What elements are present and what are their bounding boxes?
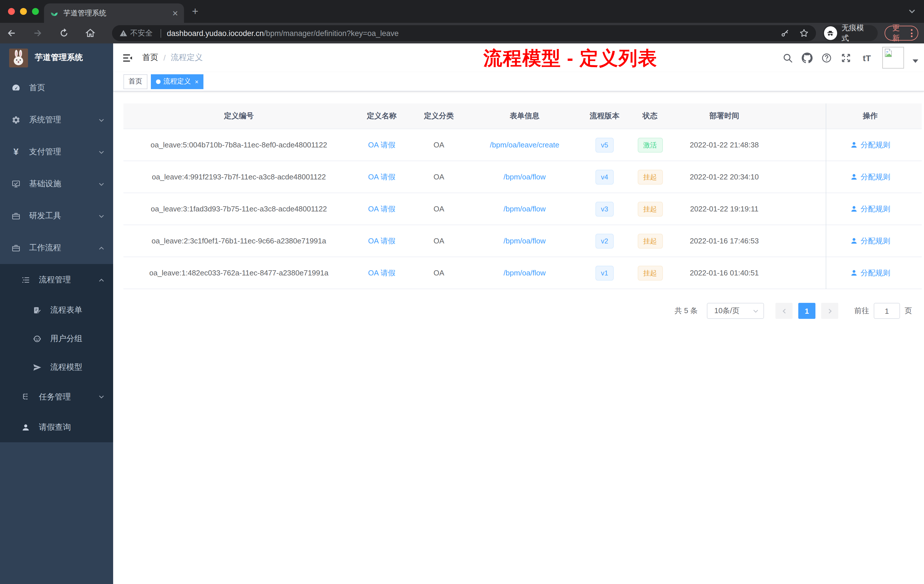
tab-title: 芋道管理系统 (63, 8, 167, 18)
page-size-select[interactable]: 10条/页 (707, 303, 764, 319)
deploy-time: 2022-01-22 19:19:11 (672, 205, 777, 213)
update-label[interactable]: 更新 (892, 23, 906, 43)
avatar[interactable] (882, 47, 904, 69)
paper-plane-icon (33, 363, 42, 372)
sidebar-item-label: 研发工具 (29, 211, 61, 221)
sidebar-item-infrastructure[interactable]: 基础设施 (0, 168, 113, 200)
assign-rule-button[interactable]: 分配规则 (850, 172, 890, 182)
table-row: oa_leave:5:004b710b-7b8a-11ec-8ef0-acde4… (124, 129, 922, 161)
col-header: 部署时间 (672, 104, 777, 129)
definition-name-link[interactable]: OA 请假 (368, 140, 395, 150)
sidebar-item-process-model[interactable]: 流程模型 (0, 353, 113, 382)
reload-icon[interactable] (58, 27, 70, 39)
kebab-menu-icon[interactable] (911, 29, 912, 37)
status-badge: 挂起 (637, 170, 663, 184)
sidebar-item-system[interactable]: 系统管理 (0, 104, 113, 136)
sidebar-item-task-management[interactable]: 任务管理 (0, 382, 113, 412)
col-header: 状态 (629, 104, 672, 129)
table-row: oa_leave:2:3c1f0ef1-76b1-11ec-9c66-a2380… (124, 225, 922, 257)
url-path[interactable]: /bpm/manager/definition?key=oa_leave (264, 29, 399, 38)
prev-page-button[interactable] (776, 303, 792, 319)
password-key-icon[interactable] (780, 28, 790, 38)
sidebar-item-process-management[interactable]: 流程管理 (0, 264, 113, 296)
definition-name-link[interactable]: OA 请假 (368, 172, 395, 182)
forward-icon[interactable] (32, 27, 43, 39)
tag-close-icon[interactable]: × (195, 78, 198, 85)
sidebar-logo[interactable]: 芋道管理系统 (0, 43, 113, 72)
fullscreen-icon[interactable] (841, 52, 851, 63)
version-badge: v4 (595, 170, 614, 184)
tab-close-icon[interactable]: ✕ (172, 9, 178, 17)
assign-rule-button[interactable]: 分配规则 (850, 236, 890, 246)
fixed-column-divider (826, 104, 826, 289)
sidebar-item-workflow[interactable]: 工作流程 (0, 232, 113, 264)
form-link[interactable]: /bpm/oa/flow (503, 269, 545, 277)
close-window-button[interactable] (8, 8, 15, 15)
browser-update-menu[interactable]: 更新 (885, 26, 918, 41)
col-header: 定义名称 (354, 104, 409, 129)
tab-search-chevron-icon[interactable] (908, 7, 916, 15)
table-row: oa_leave:4:991f2193-7b7f-11ec-a3c8-acde4… (124, 161, 922, 193)
back-icon[interactable] (6, 27, 17, 39)
bookmark-star-icon[interactable] (799, 28, 809, 38)
zoom-window-button[interactable] (32, 8, 39, 15)
tag-process-definition[interactable]: 流程定义 × (151, 74, 204, 89)
not-secure-warning-icon[interactable] (119, 28, 128, 38)
user-icon (21, 422, 30, 432)
not-secure-label[interactable]: 不安全 (130, 28, 153, 38)
status-badge: 激活 (637, 137, 663, 152)
form-link[interactable]: /bpm/oa/flow (503, 205, 545, 213)
browser-tab[interactable]: 芋道管理系统 ✕ (44, 3, 184, 23)
definition-table: 定义编号 定义名称 定义分类 表单信息 流程版本 状态 部署时间 操作 (124, 104, 922, 289)
sidebar-item-label: 支付管理 (29, 147, 61, 157)
col-header: 流程版本 (581, 104, 629, 129)
user-group-face-icon (33, 334, 42, 343)
font-size-icon[interactable] (860, 53, 874, 63)
definition-category: OA (409, 173, 469, 181)
current-page-button[interactable]: 1 (798, 303, 815, 319)
sidebar-item-process-form[interactable]: 流程表单 (0, 296, 113, 325)
definition-name-link[interactable]: OA 请假 (368, 204, 395, 214)
sidebar-item-devtools[interactable]: 研发工具 (0, 200, 113, 232)
help-question-icon[interactable] (821, 52, 832, 63)
page-unit-label: 页 (904, 306, 912, 316)
page-size-value: 10条/页 (714, 306, 739, 316)
sidebar-item-leave-query[interactable]: 请假查询 (0, 412, 113, 442)
definition-name-link[interactable]: OA 请假 (368, 268, 395, 278)
assign-rule-button[interactable]: 分配规则 (850, 268, 890, 278)
form-link[interactable]: /bpm/oa/leave/create (490, 140, 559, 149)
favicon-seedling-icon (50, 8, 59, 18)
col-header: 定义分类 (409, 104, 469, 129)
chevron-up-icon (98, 245, 105, 251)
url-domain[interactable]: dashboard.yudao.iocoder.cn (167, 29, 264, 38)
breadcrumb-separator: / (163, 53, 166, 62)
new-tab-button[interactable]: + (192, 6, 198, 16)
sidebar-item-home[interactable]: 首页 (0, 72, 113, 104)
goto-page-input[interactable] (874, 303, 900, 319)
home-icon[interactable] (84, 27, 96, 39)
breadcrumb-home[interactable]: 首页 (142, 53, 158, 63)
navbar-actions (782, 43, 918, 72)
definition-category: OA (409, 269, 469, 277)
sidebar-item-user-group[interactable]: 用户分组 (0, 325, 113, 353)
avatar-caret-icon[interactable] (912, 59, 918, 63)
address-bar[interactable]: 不安全 dashboard.yudao.iocoder.cn/bpm/manag… (112, 25, 816, 41)
assign-rule-button[interactable]: 分配规则 (850, 140, 890, 150)
form-link[interactable]: /bpm/oa/flow (503, 173, 545, 181)
search-icon[interactable] (782, 52, 793, 63)
hamburger-collapse-icon[interactable] (122, 52, 133, 63)
form-link[interactable]: /bpm/oa/flow (503, 237, 545, 245)
assign-rule-button[interactable]: 分配规则 (850, 204, 890, 214)
window-controls[interactable] (8, 8, 39, 15)
definition-category: OA (409, 205, 469, 213)
sidebar-item-payment[interactable]: ¥ 支付管理 (0, 136, 113, 168)
sidebar-item-label: 工作流程 (29, 243, 61, 253)
list-tree-icon (21, 276, 30, 285)
definition-name-link[interactable]: OA 请假 (368, 236, 395, 246)
github-icon[interactable] (802, 52, 813, 63)
chevron-down-icon (98, 213, 105, 219)
pagination-total: 共 5 条 (675, 306, 698, 316)
next-page-button[interactable] (821, 303, 838, 319)
minimize-window-button[interactable] (20, 8, 27, 15)
tag-home[interactable]: 首页 (124, 74, 147, 89)
